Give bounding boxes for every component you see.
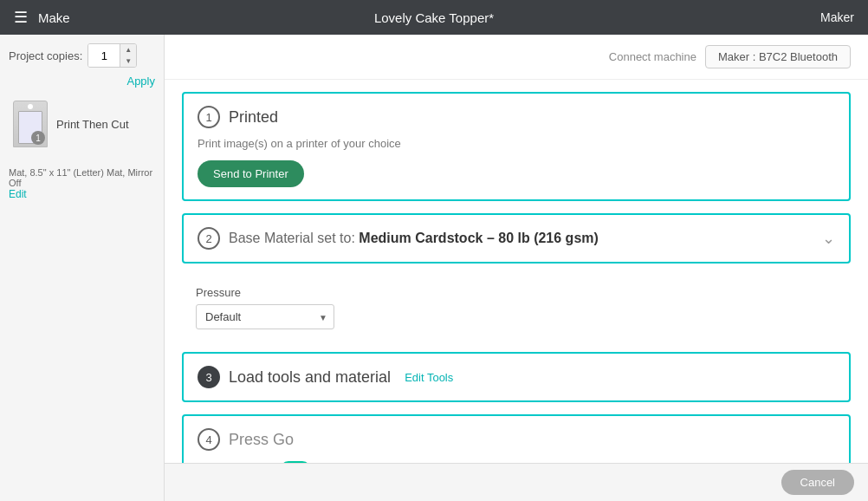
- step1-circle: 1: [198, 106, 220, 128]
- step1-header: 1 Printed: [198, 106, 835, 128]
- mat-info: Mat, 8.5" x 11" (Letter) Mat, Mirror Off: [9, 167, 155, 188]
- step3-circle: 3: [198, 366, 220, 388]
- main-content: Connect machine Maker : B7C2 Bluetooth 1…: [165, 35, 868, 501]
- project-copies-label: Project copies:: [9, 49, 82, 62]
- maker-button[interactable]: Maker: [820, 10, 854, 24]
- machine-badge[interactable]: Maker : B7C2 Bluetooth: [705, 45, 851, 68]
- edit-tools-link[interactable]: Edit Tools: [405, 371, 453, 384]
- step1-title: Printed: [229, 108, 278, 127]
- step4-header: 4 Press Go: [198, 428, 835, 451]
- connect-label: Connect machine: [609, 50, 696, 63]
- step2-section[interactable]: 2 Base Material set to: Medium Cardstock…: [182, 213, 851, 264]
- mat-thumbnail: 1: [13, 101, 48, 147]
- step2-material-text: Base Material set to: Medium Cardstock –…: [229, 231, 599, 246]
- copies-down-button[interactable]: ▼: [120, 55, 136, 67]
- mat-edit-link[interactable]: Edit: [9, 188, 155, 200]
- send-to-printer-button[interactable]: Send to Printer: [198, 160, 304, 187]
- step2-circle: 2: [198, 227, 220, 250]
- mat-number-badge: 1: [31, 131, 45, 145]
- pressure-section: Pressure Default More Less ▼: [182, 276, 851, 340]
- step1-subtitle: Print image(s) on a printer of your choi…: [198, 137, 835, 150]
- step2-material-name: Medium Cardstock – 80 lb (216 gsm): [359, 231, 599, 245]
- copies-input-wrapper: ▲ ▼: [87, 43, 137, 68]
- pressure-label: Pressure: [196, 286, 837, 299]
- pressure-select[interactable]: Default More Less: [196, 304, 334, 329]
- bottom-bar: Cancel: [165, 463, 868, 501]
- copies-up-button[interactable]: ▲: [120, 44, 136, 55]
- cancel-button[interactable]: Cancel: [781, 470, 854, 495]
- main-layout: Project copies: ▲ ▼ Apply 1 Print Then C…: [0, 35, 868, 501]
- step3-header: 3 Load tools and material Edit Tools: [198, 366, 835, 388]
- mat-item-label: Print Then Cut: [56, 118, 129, 131]
- step2-header: 2 Base Material set to: Medium Cardstock…: [198, 227, 599, 250]
- step3-section: 3 Load tools and material Edit Tools: [182, 352, 851, 402]
- copies-input[interactable]: [88, 44, 120, 67]
- connect-bar: Connect machine Maker : B7C2 Bluetooth: [165, 35, 868, 80]
- project-copies-row: Project copies: ▲ ▼: [9, 43, 155, 68]
- app-title: Make: [38, 10, 70, 25]
- copies-arrows: ▲ ▼: [120, 44, 136, 67]
- mat-item: 1 Print Then Cut: [9, 96, 155, 152]
- apply-button[interactable]: Apply: [9, 75, 155, 88]
- sidebar: Project copies: ▲ ▼ Apply 1 Print Then C…: [0, 35, 165, 501]
- step4-title: Press Go: [229, 431, 294, 449]
- step3-title: Load tools and material: [229, 368, 391, 387]
- mat-hole: [28, 104, 33, 109]
- project-title: Lovely Cake Topper*: [374, 10, 494, 25]
- menu-icon[interactable]: ☰: [14, 8, 28, 27]
- pressure-select-wrapper: Default More Less ▼: [196, 304, 334, 329]
- step1-section: 1 Printed Print image(s) on a printer of…: [182, 92, 851, 201]
- app-header: ☰ Make Lovely Cake Topper* Maker: [0, 0, 868, 35]
- step2-chevron-icon: ⌄: [822, 229, 835, 248]
- step4-circle: 4: [198, 428, 220, 451]
